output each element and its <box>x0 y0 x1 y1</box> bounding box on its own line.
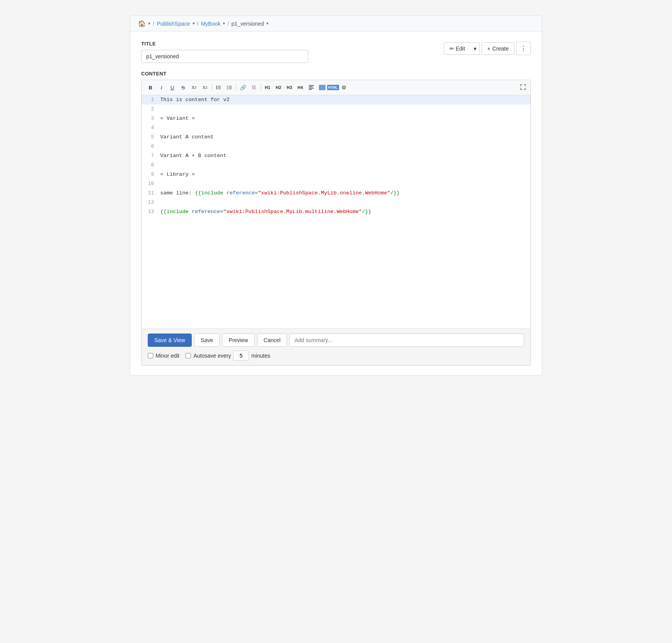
home-chevron[interactable]: ▾ <box>148 21 150 26</box>
toolbar-html[interactable]: HTML <box>328 82 338 93</box>
toolbar-link[interactable]: 🔗 <box>238 82 248 93</box>
sep2: / <box>197 21 199 27</box>
title-row: TITLE ✏ Edit ▾ + Create ⋮ <box>141 41 531 63</box>
create-button[interactable]: + Create <box>481 42 514 55</box>
breadcrumb-publishspace[interactable]: PublishSpace <box>157 21 190 27</box>
title-field-group: TITLE <box>141 41 308 63</box>
autosave-minutes-input[interactable] <box>233 351 249 361</box>
edit-dropdown-button[interactable]: ▾ <box>471 42 480 55</box>
toolbar-subscript[interactable]: X2 <box>189 82 199 93</box>
code-editor[interactable]: 1This is content for v223= Variant =45Va… <box>142 95 530 328</box>
sep1: / <box>153 21 154 27</box>
toolbar-unlink[interactable]: ⛓ <box>249 82 259 93</box>
svg-rect-7 <box>229 86 232 86</box>
toolbar-sep2 <box>236 84 236 91</box>
code-line: 7Variant A + B content <box>142 151 530 161</box>
svg-rect-5 <box>218 89 221 89</box>
breadcrumb: 🏠 ▾ / PublishSpace ▾ / MyBook ▾ / p1_ver… <box>130 16 542 31</box>
autosave-checkbox[interactable] <box>186 353 191 358</box>
home-icon[interactable]: 🏠 <box>138 20 146 27</box>
line-content: Variant A + B content <box>157 151 530 161</box>
toolbar-gear[interactable]: ⚙ <box>339 82 349 93</box>
toolbar-ordered-list[interactable]: 1. 2. 3. <box>224 82 234 93</box>
toolbar-h1[interactable]: H1 <box>262 82 273 93</box>
svg-rect-14 <box>309 88 314 89</box>
page-container: 🏠 ▾ / PublishSpace ▾ / MyBook ▾ / p1_ver… <box>130 16 542 376</box>
toolbar-superscript[interactable]: X2 <box>200 82 210 93</box>
svg-rect-15 <box>309 89 312 90</box>
save-view-button[interactable]: Save & View <box>148 334 192 347</box>
line-number: 10 <box>142 179 157 189</box>
autosave-label-wrapper[interactable]: Autosave every <box>186 353 231 359</box>
code-line: 5Variant A content <box>142 133 530 142</box>
minor-edit-text: Minor edit <box>156 353 179 359</box>
svg-rect-9 <box>229 87 232 88</box>
toolbar-h4[interactable]: H4 <box>295 82 305 93</box>
toolbar-underline[interactable]: U <box>167 82 177 93</box>
toolbar-italic[interactable]: I <box>156 82 166 93</box>
minor-edit-checkbox[interactable] <box>148 353 153 358</box>
line-content: {{include reference="xwiki:PublishSpace.… <box>157 207 530 217</box>
line-number: 11 <box>142 189 157 198</box>
line-number: 6 <box>142 142 157 151</box>
preview-button[interactable]: Preview <box>222 334 255 347</box>
plus-icon: + <box>487 45 490 52</box>
line-content <box>157 123 530 125</box>
content-label: CONTENT <box>141 71 531 77</box>
code-line: 4 <box>142 123 530 133</box>
toolbar-align[interactable] <box>306 82 316 93</box>
current-chevron[interactable]: ▾ <box>266 21 269 26</box>
line-number: 7 <box>142 151 157 161</box>
edit-button[interactable]: ✏ Edit <box>444 42 471 55</box>
toolbar-bold[interactable]: B <box>145 82 156 93</box>
toolbar-expand[interactable] <box>520 84 527 92</box>
code-line: 2 <box>142 105 530 114</box>
svg-rect-11 <box>229 89 232 89</box>
line-content: = Variant = <box>157 114 530 123</box>
more-button[interactable]: ⋮ <box>516 42 531 55</box>
code-line: 10 <box>142 179 530 189</box>
toolbar-unordered-list[interactable] <box>214 82 224 93</box>
save-button[interactable]: Save <box>194 334 220 347</box>
line-content: same line: {{include reference="xwiki:Pu… <box>157 189 530 198</box>
svg-rect-3 <box>218 87 221 88</box>
toolbar-h3[interactable]: H3 <box>284 82 294 93</box>
summary-input[interactable] <box>289 334 524 347</box>
line-content: Variant A content <box>157 133 530 142</box>
minutes-text: minutes <box>251 353 270 359</box>
title-input[interactable] <box>141 50 308 63</box>
mybook-chevron[interactable]: ▾ <box>223 21 225 26</box>
svg-point-4 <box>216 88 217 89</box>
line-number: 9 <box>142 170 157 179</box>
line-number: 1 <box>142 95 157 105</box>
line-number: 12 <box>142 198 157 207</box>
minor-edit-label[interactable]: Minor edit <box>148 353 179 359</box>
code-line: 6 <box>142 142 530 151</box>
cancel-button[interactable]: Cancel <box>257 334 287 347</box>
line-number: 4 <box>142 123 157 133</box>
sep3: / <box>228 21 229 27</box>
editor-wrapper: B I U S X2 X2 <box>141 80 531 366</box>
breadcrumb-mybook[interactable]: MyBook <box>201 21 220 27</box>
toolbar-strikethrough[interactable]: S <box>178 82 188 93</box>
line-number: 2 <box>142 105 157 114</box>
action-buttons: ✏ Edit ▾ + Create ⋮ <box>444 42 531 55</box>
svg-rect-1 <box>218 86 221 86</box>
line-content <box>157 179 530 181</box>
svg-point-2 <box>216 87 217 88</box>
line-content <box>157 198 530 199</box>
main-content: TITLE ✏ Edit ▾ + Create ⋮ CONTENT <box>130 31 542 375</box>
line-number: 8 <box>142 161 157 170</box>
code-line: 12 <box>142 198 530 207</box>
toolbar-box[interactable] <box>317 82 327 93</box>
toolbar-h2[interactable]: H2 <box>273 82 284 93</box>
editor-footer: Save & View Save Preview Cancel Minor ed… <box>142 328 530 365</box>
line-number: 3 <box>142 114 157 123</box>
editor-toolbar: B I U S X2 X2 <box>142 80 530 95</box>
publishspace-chevron[interactable]: ▾ <box>192 21 195 26</box>
code-line: 9= Library = <box>142 170 530 179</box>
toolbar-sep3 <box>261 84 261 91</box>
svg-rect-13 <box>309 87 313 87</box>
code-line: 8 <box>142 161 530 170</box>
line-content: This is content for v2 <box>157 95 530 105</box>
